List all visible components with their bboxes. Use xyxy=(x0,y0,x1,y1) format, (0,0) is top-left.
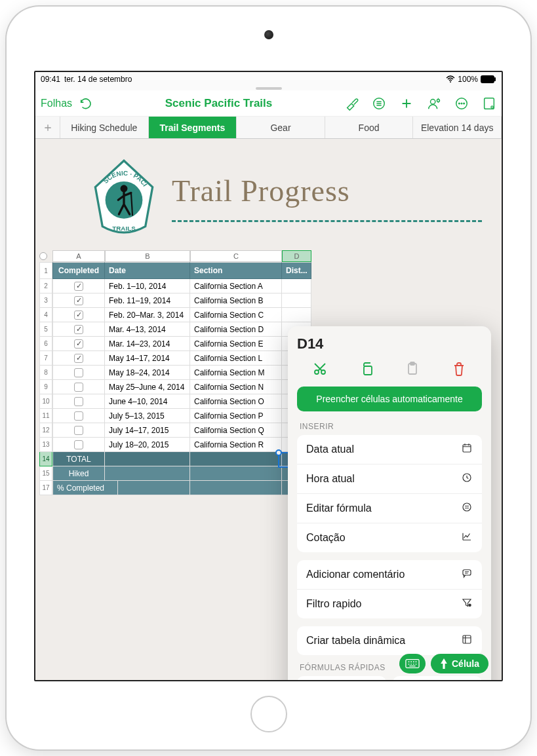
cell-section[interactable]: California Section E xyxy=(190,337,282,351)
cell-section[interactable]: California Section O xyxy=(190,394,282,409)
cell-date[interactable]: July 5–13, 2015 xyxy=(105,409,190,423)
keyboard-mode-button[interactable] xyxy=(399,654,426,673)
cell-distance[interactable] xyxy=(282,279,311,293)
cell-date[interactable]: July 14–17, 2015 xyxy=(105,423,190,438)
sheets-back-button[interactable]: Folhas xyxy=(41,98,72,109)
checkbox-checked-icon[interactable] xyxy=(74,339,83,349)
row-number[interactable]: 17 xyxy=(39,481,52,495)
insert-current-date[interactable]: Data atual xyxy=(297,435,482,464)
list-icon[interactable] xyxy=(372,96,386,111)
cell-date[interactable]: July 18–20, 2015 xyxy=(105,438,190,452)
cell-mode-button[interactable]: Célula xyxy=(431,654,488,673)
cell-section[interactable]: California Section L xyxy=(190,351,282,366)
sheet-tab-food[interactable]: Food xyxy=(325,117,414,138)
checkbox-checked-icon[interactable] xyxy=(74,354,83,363)
checkbox-checked-icon[interactable] xyxy=(74,282,83,291)
more-icon[interactable] xyxy=(454,96,469,111)
edit-formula[interactable]: Editar fórmula xyxy=(297,494,482,523)
insert-current-time[interactable]: Hora atual xyxy=(297,464,482,494)
header-completed[interactable]: Completed xyxy=(52,262,105,279)
sheet-tab-elevation[interactable]: Elevation 14 days xyxy=(413,117,502,138)
cell-section[interactable]: California Section A xyxy=(190,279,282,293)
delete-button[interactable] xyxy=(449,359,469,379)
cell-completed[interactable] xyxy=(52,438,105,452)
row-number[interactable]: 3 xyxy=(39,293,52,308)
row-number[interactable]: 15 xyxy=(39,466,52,481)
checkbox-icon[interactable] xyxy=(74,383,83,392)
cell-distance[interactable] xyxy=(282,308,311,322)
add-icon[interactable] xyxy=(399,96,414,111)
header-section[interactable]: Section xyxy=(190,262,282,279)
cell[interactable] xyxy=(118,481,190,495)
cell-date[interactable]: May 14–17, 2014 xyxy=(105,351,190,366)
cell-completed[interactable] xyxy=(52,337,105,351)
cell-completed[interactable] xyxy=(52,322,105,337)
cell-section[interactable]: California Section B xyxy=(190,293,282,308)
row-number[interactable]: 7 xyxy=(39,351,52,366)
row-number[interactable]: 10 xyxy=(39,394,52,409)
inspector-icon[interactable] xyxy=(482,96,496,111)
add-comment[interactable]: Adicionar comentário xyxy=(297,560,482,590)
cell[interactable] xyxy=(105,452,190,466)
row-number[interactable]: 8 xyxy=(39,366,52,380)
column-header-a[interactable]: A xyxy=(52,250,105,262)
checkbox-icon[interactable] xyxy=(74,397,83,406)
cut-button[interactable] xyxy=(310,359,330,379)
header-date[interactable]: Date xyxy=(105,262,190,279)
cell[interactable] xyxy=(105,466,190,481)
document-title[interactable]: Scenic Pacific Trails xyxy=(93,97,344,110)
cell-date[interactable]: May 18–24, 2014 xyxy=(105,366,190,380)
cell-total-label[interactable]: TOTAL xyxy=(52,452,105,466)
cell-pct-label[interactable]: % Completed xyxy=(52,481,118,495)
cell-completed[interactable] xyxy=(52,366,105,380)
undo-button[interactable] xyxy=(79,96,93,111)
column-header-c[interactable]: C xyxy=(190,250,282,262)
sheet-canvas[interactable]: SCENIC · PACIFIC TRAILS Trail Progress xyxy=(35,139,502,680)
quick-sum-button[interactable]: Soma xyxy=(297,676,386,680)
cell-date[interactable]: Feb. 20–Mar. 3, 2014 xyxy=(105,308,190,322)
autofill-button[interactable]: Preencher células automaticamente xyxy=(297,387,482,411)
cell[interactable] xyxy=(190,452,282,466)
cell-section[interactable]: California Section C xyxy=(190,308,282,322)
row-number[interactable]: 12 xyxy=(39,423,52,438)
checkbox-icon[interactable] xyxy=(74,411,83,421)
cell-section[interactable]: California Section D xyxy=(190,322,282,337)
cell-date[interactable]: June 4–10, 2014 xyxy=(105,394,190,409)
cell-section[interactable]: California Section M xyxy=(190,366,282,380)
quick-avg-button[interactable]: Média xyxy=(393,676,482,680)
row-number[interactable]: 13 xyxy=(39,438,52,452)
column-header-b[interactable]: B xyxy=(105,250,190,262)
row-number[interactable]: 5 xyxy=(39,322,52,337)
cell-completed[interactable] xyxy=(52,308,105,322)
copy-button[interactable] xyxy=(357,359,376,379)
cell-date[interactable]: Mar. 4–13, 2014 xyxy=(105,322,190,337)
paste-button[interactable] xyxy=(403,359,422,379)
cell-completed[interactable] xyxy=(52,380,105,394)
cell-hiked-label[interactable]: Hiked xyxy=(52,466,105,481)
cell-completed[interactable] xyxy=(52,351,105,366)
quick-filter[interactable]: Filtro rapido xyxy=(297,590,482,618)
header-distance[interactable]: Dist... xyxy=(282,262,311,279)
row-number[interactable]: 6 xyxy=(39,337,52,351)
checkbox-checked-icon[interactable] xyxy=(74,296,83,305)
cell-date[interactable]: Mar. 14–23, 2014 xyxy=(105,337,190,351)
cell-completed[interactable] xyxy=(52,394,105,409)
cell-completed[interactable] xyxy=(52,423,105,438)
cell-section[interactable]: California Section Q xyxy=(190,423,282,438)
create-pivot-table[interactable]: Criar tabela dinâmica xyxy=(297,626,482,655)
add-sheet-button[interactable] xyxy=(35,117,60,138)
cell[interactable] xyxy=(190,466,282,481)
cell-section[interactable]: California Section P xyxy=(190,409,282,423)
table-corner-handle[interactable] xyxy=(39,252,47,260)
cell-distance[interactable] xyxy=(282,293,311,308)
home-button[interactable] xyxy=(250,696,287,732)
cell-date[interactable]: Feb. 1–10, 2014 xyxy=(105,279,190,293)
format-brush-icon[interactable] xyxy=(344,96,359,111)
collaborate-icon[interactable] xyxy=(427,96,441,111)
cell-section[interactable]: California Section N xyxy=(190,380,282,394)
row-number[interactable]: 11 xyxy=(39,409,52,423)
checkbox-icon[interactable] xyxy=(74,368,83,377)
row-number[interactable]: 2 xyxy=(39,279,52,293)
row-number[interactable]: 14 xyxy=(39,452,52,466)
cell-section[interactable]: California Section R xyxy=(190,438,282,452)
